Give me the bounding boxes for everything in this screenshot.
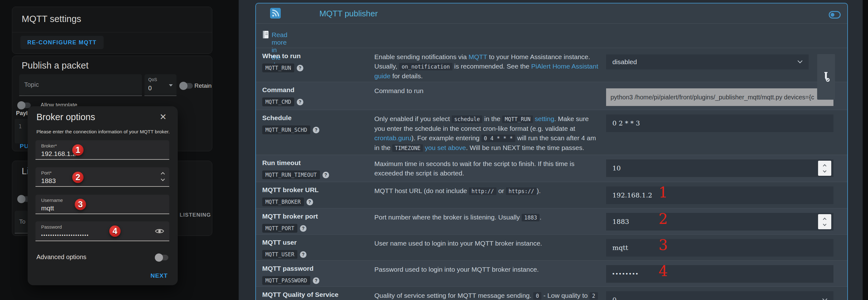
listen-topic-input[interactable]: To — [15, 211, 28, 233]
listen-topic-placeholder-partial: To — [19, 218, 25, 225]
qos-select-value: 0 — [148, 85, 152, 92]
command-value: python3 /home/pi/pialert/front/plugins/_… — [611, 94, 814, 101]
topic-input[interactable]: Topic — [19, 74, 142, 96]
eye-icon[interactable] — [155, 227, 164, 237]
help-icon[interactable]: ? — [313, 277, 319, 284]
inline-code-chip: MQTT_RUN — [502, 115, 533, 123]
mqtt-user-input[interactable]: mqtt — [606, 239, 833, 256]
broker-field-label: Broker* — [41, 143, 57, 148]
setting-label: Schedule — [262, 114, 371, 122]
retain-toggle[interactable] — [180, 83, 193, 89]
inline-text: . Will be run NEXT time the time passes. — [466, 144, 584, 151]
setting-code-chip: MQTT_BROKER — [262, 197, 304, 206]
broker-url-value: 192.168.1.2 — [612, 192, 652, 199]
qos-select[interactable]: 0 — [606, 291, 833, 300]
when-to-run-select[interactable]: disabled — [606, 54, 809, 70]
setting-code-chip: MQTT_PASSWORD — [262, 276, 310, 285]
broker-port-input[interactable]: 1883 — [606, 213, 833, 230]
help-icon[interactable]: ? — [300, 225, 307, 232]
inline-text: or — [496, 187, 506, 194]
help-icon[interactable]: ? — [297, 99, 303, 105]
mqtt-settings-card: MQTT settings RE-CONFIGURE MQTT — [12, 7, 212, 54]
inline-link[interactable]: crontab.guru — [374, 134, 411, 141]
setting-description: Enable sending notifications via MQTT to… — [374, 52, 599, 81]
allow-template-toggle[interactable] — [18, 103, 31, 108]
setting-label: MQTT broker port — [262, 213, 371, 220]
close-icon[interactable]: ✕ — [159, 112, 167, 122]
annotation-badge-1: 1 — [72, 144, 84, 156]
setting-description: Quality of service setting for MQTT mess… — [374, 291, 599, 300]
inline-text: Quality of service setting for MQTT mess… — [374, 292, 533, 299]
mqtt-publisher-panel: MQTT publisher Read more in the docs. Wh… — [255, 3, 848, 300]
book-icon — [262, 30, 270, 39]
payload-editor[interactable]: 1 — [15, 119, 28, 143]
help-icon[interactable]: ? — [313, 127, 319, 133]
inline-code-chip: 0 — [533, 292, 541, 300]
broker-field-value: 192.168.1.2 — [41, 150, 76, 158]
schedule-input[interactable]: 0 2 * * 3 — [606, 114, 833, 132]
inline-text: Enable sending notifications via — [374, 53, 469, 60]
setting-code-chip: MQTT_RUN — [262, 63, 294, 72]
advanced-options-toggle[interactable] — [156, 255, 168, 261]
broker-port-value: 1883 — [612, 218, 629, 225]
mqtt-password-input[interactable]: •••••••• — [606, 265, 833, 283]
setting-label: MQTT user — [262, 239, 371, 246]
next-button[interactable]: NEXT — [150, 272, 168, 279]
dialog-subtitle: Please enter the connection information … — [36, 129, 175, 135]
qos-select[interactable]: QoS 0 — [145, 74, 177, 96]
divider — [12, 32, 212, 32]
mqtt-settings-title: MQTT settings — [22, 14, 81, 24]
vial-check-icon — [822, 72, 830, 83]
inline-link[interactable]: you set above — [425, 144, 466, 151]
inline-text: in the — [483, 115, 502, 122]
inline-text: for details. — [390, 72, 423, 80]
port-field-label: Port* — [41, 170, 52, 175]
annotation-badge-2: 2 — [72, 172, 84, 183]
inline-text: Password used to login into your MQTT br… — [374, 266, 539, 273]
chevron-down-icon — [823, 297, 828, 300]
broker-field[interactable]: Broker* 192.168.1.2 — [35, 140, 169, 160]
toggle-off-icon[interactable] — [829, 11, 841, 19]
port-stepper[interactable] — [161, 173, 164, 181]
setting-label: Command — [262, 86, 371, 94]
inline-text: . — [539, 214, 541, 221]
help-icon[interactable]: ? — [322, 172, 329, 178]
setting-code-chip: MQTT_PORT — [262, 224, 298, 233]
password-field-value: ••••••••••••••••••••• — [41, 233, 89, 238]
annotation-badge-4: 4 — [109, 225, 121, 237]
dialog-title: Broker options — [36, 112, 95, 122]
run-timeout-input[interactable]: 10 — [606, 159, 833, 177]
setting-code-chip: MQTT_CMD — [262, 98, 294, 106]
password-field[interactable]: Password ••••••••••••••••••••• — [35, 221, 169, 241]
username-field[interactable]: Username mqtt — [35, 195, 169, 214]
inline-text: Maximum time in seconds to wait for the … — [374, 160, 575, 177]
schedule-value: 0 2 * * 3 — [612, 119, 640, 127]
number-stepper[interactable] — [818, 161, 831, 176]
listening-button[interactable]: LISTENING — [180, 212, 211, 218]
broker-url-input[interactable]: 192.168.1.2 — [606, 187, 833, 204]
port-field-value: 1883 — [41, 177, 56, 185]
setting-row-mqtt-password: MQTT password MQTT_PASSWORD ? Password u… — [256, 261, 847, 287]
setting-code-chip: MQTT_RUN_SCHD — [262, 126, 310, 134]
setting-description: Password used to login into your MQTT br… — [374, 265, 599, 274]
username-field-value: mqtt — [41, 204, 54, 212]
number-stepper[interactable] — [818, 214, 831, 229]
inline-text: Only enabled if you select — [374, 115, 452, 122]
help-icon[interactable]: ? — [297, 65, 303, 72]
command-input[interactable]: python3 /home/pi/pialert/front/plugins/_… — [606, 88, 833, 106]
reconfigure-mqtt-button[interactable]: RE-CONFIGURE MQTT — [21, 36, 104, 49]
right-edge-strip — [863, 0, 868, 300]
help-icon[interactable]: ? — [307, 199, 313, 206]
setting-label: MQTT broker URL — [262, 186, 371, 194]
topic-input-placeholder: Topic — [24, 81, 39, 88]
password-field-label: Password — [41, 224, 62, 229]
inline-text: User name used to login into your MQTT b… — [374, 240, 542, 247]
run-test-button[interactable] — [817, 54, 835, 100]
setting-row-mqtt-port: MQTT broker port MQTT_PORT ? Port number… — [256, 208, 847, 234]
help-icon[interactable]: ? — [300, 251, 307, 258]
inline-link[interactable]: MQTT — [469, 53, 487, 60]
inline-text: ). For example entering — [411, 134, 482, 141]
inline-link[interactable]: setting — [535, 115, 554, 122]
setting-code-chip: MQTT_USER — [262, 250, 298, 259]
port-field[interactable]: Port* 1883 — [35, 167, 169, 187]
